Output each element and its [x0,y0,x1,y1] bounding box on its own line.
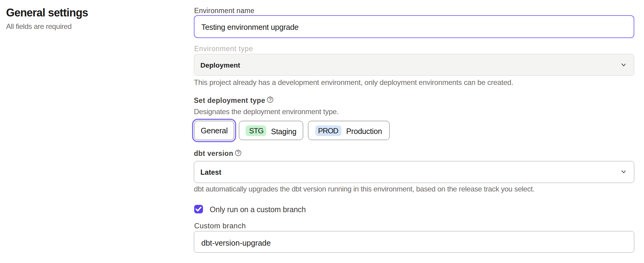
svg-text:?: ? [269,97,271,102]
svg-text:?: ? [237,150,240,156]
